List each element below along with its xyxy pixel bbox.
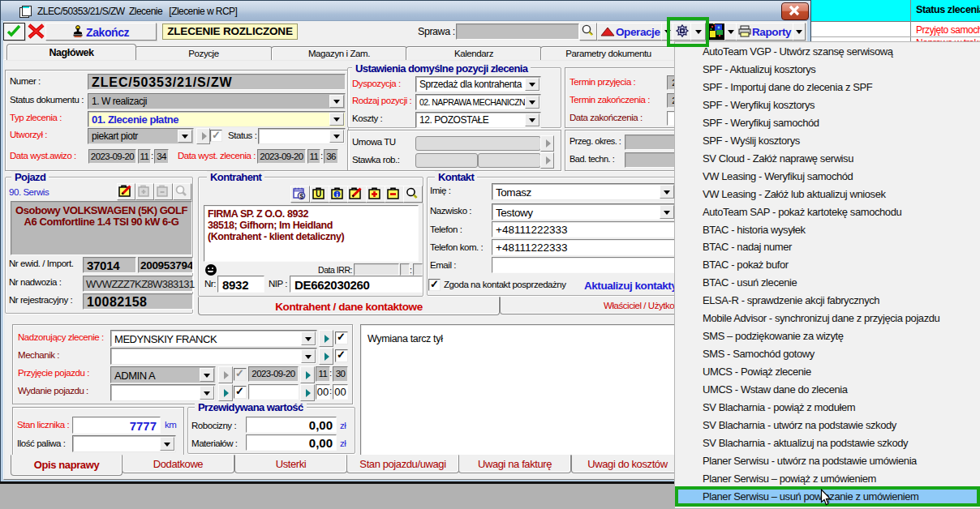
svg-text:U: U [316,190,321,199]
svg-text:$: $ [300,192,304,200]
